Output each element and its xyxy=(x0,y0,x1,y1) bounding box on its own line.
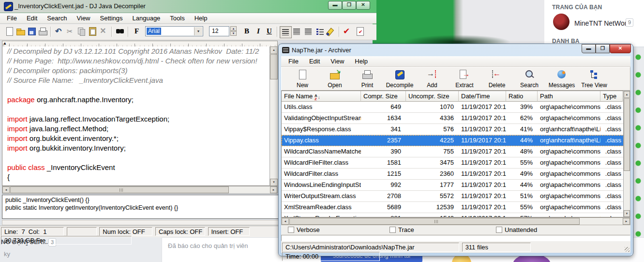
column-header-datetime[interactable]: Date/Time xyxy=(459,91,506,102)
table-row[interactable]: ValidatingObjectInputStream.c 1634 4336 … xyxy=(282,113,630,124)
decompiler-titlebar[interactable]: _InventoryClickEvent.jad - DJ Java Decom… xyxy=(0,0,376,13)
page-name-link[interactable]: MineTNT NetWork xyxy=(574,19,630,27)
highlight-button[interactable] xyxy=(326,26,337,37)
table-row[interactable]: WildcardClassNameMatcher.c 390 755 11/19… xyxy=(282,146,630,157)
menu-help[interactable]: Help xyxy=(349,56,373,67)
open-button[interactable] xyxy=(15,26,26,37)
list-horizontal-scrollbar[interactable]: ◄ ► xyxy=(281,217,630,225)
scroll-down-icon[interactable]: ▼ xyxy=(624,210,630,217)
save-button[interactable] xyxy=(26,26,37,37)
spin-up-icon[interactable]: ▲ xyxy=(230,26,237,31)
spin-down-icon[interactable]: ▼ xyxy=(230,31,237,36)
search-button[interactable]: Search xyxy=(513,68,545,89)
column-header-filename[interactable]: File Name ↓ xyxy=(282,91,361,102)
menu-help[interactable]: Help xyxy=(190,13,212,24)
add-button[interactable]: Add xyxy=(416,68,448,89)
table-row[interactable]: WildcardFileFilter.class 1581 3475 11/19… xyxy=(282,157,630,169)
list-vertical-scrollbar[interactable]: ▲ ▼ xyxy=(623,91,630,217)
checkbox-box[interactable] xyxy=(496,227,502,233)
table-row[interactable]: XmlStreamReaderException.c 881 1543 11/1… xyxy=(282,213,630,217)
extract-button[interactable]: Extract xyxy=(449,68,480,89)
close-button[interactable]: ✕ xyxy=(610,44,631,53)
page-avatar[interactable] xyxy=(553,14,569,30)
open-button[interactable]: Open xyxy=(319,68,351,89)
menu-language[interactable]: Language xyxy=(128,13,165,24)
chevron-down-icon[interactable]: ▼ xyxy=(194,27,202,35)
maximize-button[interactable]: ❐ xyxy=(596,44,610,53)
scrollbar-thumb[interactable] xyxy=(624,98,630,171)
column-header-path[interactable]: Path xyxy=(538,91,600,102)
align-left-button[interactable] xyxy=(280,26,292,38)
font-family-select[interactable]: Arial ▼ xyxy=(145,26,203,36)
decompile-button[interactable]: Decompile xyxy=(384,68,416,89)
menu-search[interactable]: Search xyxy=(42,13,72,24)
column-header-type[interactable]: Type xyxy=(600,91,623,102)
scroll-up-icon[interactable]: ▲ xyxy=(624,91,630,98)
scroll-left-icon[interactable]: ◄ xyxy=(2,186,10,193)
table-row[interactable]: Utils.class 649 1070 11/19/2017 20:19 39… xyxy=(282,102,630,113)
close-button[interactable]: ✕ xyxy=(356,1,370,10)
archiver-titlebar[interactable]: NapThe.jar - Archiver ▬ ❐ ✕ xyxy=(279,44,633,56)
column-header-uncompressed-size[interactable]: Uncompr. Size xyxy=(406,91,459,102)
table-row[interactable]: XmlStreamReader.class 5689 12539 11/19/2… xyxy=(282,202,630,213)
messages-button[interactable]: Messages xyxy=(546,68,578,89)
align-right-button[interactable] xyxy=(303,26,314,37)
column-header-compressed-size[interactable]: Compr. Size xyxy=(361,91,406,102)
menu-view[interactable]: View xyxy=(72,13,95,24)
menu-edit[interactable]: Edit xyxy=(22,13,42,24)
menu-tools[interactable]: Tools xyxy=(165,13,189,24)
delete-button[interactable]: Delete xyxy=(481,68,513,89)
column-header-ratio[interactable]: Ratio xyxy=(506,91,538,102)
scroll-up-icon[interactable]: ▲ xyxy=(270,46,278,54)
menu-file[interactable]: File xyxy=(283,56,304,67)
scroll-down-icon[interactable]: ▼ xyxy=(270,179,278,186)
checkbox-box[interactable] xyxy=(288,227,294,233)
scroll-right-icon[interactable]: ► xyxy=(270,186,277,193)
delete-button[interactable] xyxy=(98,26,109,37)
checkbox-box[interactable] xyxy=(389,227,396,233)
underline-button[interactable] xyxy=(264,26,275,37)
minimize-button[interactable]: ▬ xyxy=(582,44,596,53)
paste-button[interactable] xyxy=(87,26,98,37)
tree-view-button[interactable]: Tree View xyxy=(578,68,610,89)
font-size-stepper[interactable]: ▲ ▼ xyxy=(230,26,237,36)
font-size-input[interactable]: 12 xyxy=(209,26,229,36)
print-button[interactable] xyxy=(37,26,48,37)
scrollbar-thumb[interactable] xyxy=(289,218,580,225)
table-row[interactable]: WildcardFilter.class 1215 2360 11/19/201… xyxy=(282,169,630,180)
code-line xyxy=(2,85,277,95)
bullet-list-button[interactable] xyxy=(315,26,326,37)
copy-button[interactable] xyxy=(76,26,87,37)
scroll-right-icon[interactable]: ► xyxy=(623,218,630,225)
italic-button[interactable] xyxy=(253,26,264,37)
code-editor[interactable]: // Decompiled by DJ v3.12.12.101 Copyrig… xyxy=(2,46,278,186)
menu-view[interactable]: View xyxy=(325,56,349,67)
menu-file[interactable]: File xyxy=(2,13,22,24)
sort-az-icon[interactable]: ↓ xyxy=(315,92,321,100)
table-row[interactable]: Vippay.class 2357 4225 11/19/2017 20:19 … xyxy=(282,135,630,146)
font-button[interactable] xyxy=(131,26,142,37)
undo-button[interactable] xyxy=(53,26,64,37)
menu-settings[interactable]: Settings xyxy=(95,13,128,24)
scrollbar-thumb[interactable] xyxy=(270,54,278,79)
print-button[interactable]: Print xyxy=(351,68,383,89)
editor-vertical-scrollbar[interactable]: ▲ ▼ xyxy=(270,46,278,186)
scroll-left-icon[interactable]: ◄ xyxy=(282,218,289,225)
table-row[interactable]: WindowsLineEndingInputStrea 992 1777 11/… xyxy=(282,180,630,191)
bold-button[interactable] xyxy=(241,26,253,37)
editor-horizontal-scrollbar[interactable]: ◄ ► xyxy=(2,186,278,194)
align-center-button[interactable] xyxy=(291,26,302,37)
new-button[interactable] xyxy=(4,26,15,37)
minimize-button[interactable]: ▬ xyxy=(328,1,342,10)
resize-grip[interactable] xyxy=(625,247,629,252)
new-button[interactable]: New xyxy=(286,68,318,89)
verify-document-button[interactable] xyxy=(355,26,366,37)
menu-edit[interactable]: Edit xyxy=(304,56,325,67)
maximize-button[interactable]: ❐ xyxy=(342,1,356,10)
syntax-check-button[interactable] xyxy=(342,26,353,37)
scrollbar-thumb[interactable] xyxy=(10,186,229,193)
table-row[interactable]: Vippay$Response.class 341 576 11/19/2017… xyxy=(282,124,630,135)
find-button[interactable] xyxy=(115,26,126,37)
cut-button[interactable] xyxy=(65,26,76,37)
table-row[interactable]: WriterOutputStream.class 2708 5572 11/19… xyxy=(282,191,630,202)
